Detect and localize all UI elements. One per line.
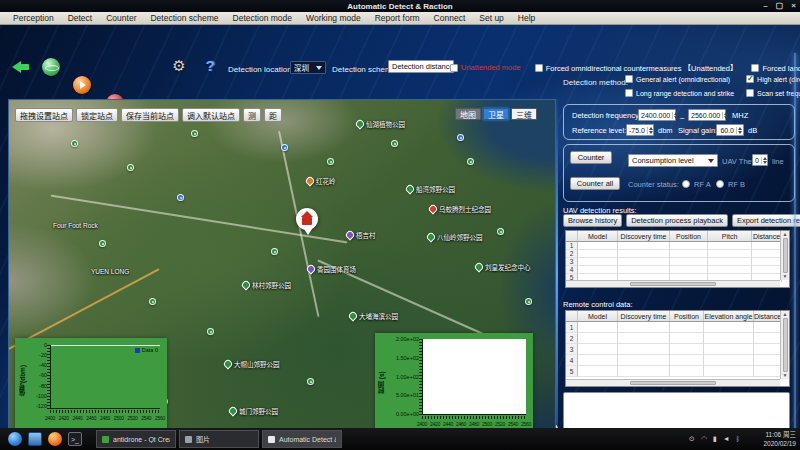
spinner-arrows-icon[interactable] (761, 157, 767, 164)
table-row[interactable]: 2 (566, 250, 789, 258)
tray-icon[interactable]: ◠ (701, 435, 707, 443)
map-poi-icon[interactable] (71, 140, 78, 147)
help-button[interactable]: ? (201, 57, 219, 75)
table-row[interactable]: 4 (566, 266, 789, 274)
map-poi-icon[interactable] (191, 130, 198, 137)
column-header-pitch[interactable]: Pitch (708, 231, 752, 241)
back-button[interactable] (12, 58, 30, 76)
spinner-arrows-icon[interactable] (722, 112, 728, 119)
checkbox-icon[interactable] (535, 64, 543, 72)
map-place-label[interactable]: 梧吉村 (346, 230, 376, 240)
map-poi-icon[interactable] (497, 228, 504, 235)
table-row[interactable]: 1 (566, 322, 789, 333)
table-row[interactable]: 1 (566, 242, 789, 250)
scrollbar-thumb[interactable] (783, 238, 788, 273)
table-row[interactable]: 3 (566, 344, 789, 355)
map-poi-icon[interactable] (207, 328, 214, 335)
toolbar-checkbox[interactable]: Unattended mode (450, 62, 521, 73)
horizontal-scrollbar[interactable] (566, 280, 780, 287)
map-place-label[interactable]: 八仙岭郊野公园 (427, 232, 483, 242)
table-row[interactable]: 2 (566, 333, 789, 344)
column-header-discovery-time[interactable]: Discovery time (618, 231, 670, 241)
detection-scheme-select[interactable]: Detection distance (388, 60, 454, 73)
uav-count-spinbox[interactable]: 0 (752, 154, 768, 166)
detection-location-select[interactable]: 深圳 (290, 61, 326, 74)
checkbox-icon[interactable] (746, 75, 754, 83)
map-poi-icon[interactable] (127, 164, 134, 171)
checkbox-icon[interactable] (625, 89, 633, 97)
menu-item-set-up[interactable]: Set up (472, 13, 511, 23)
spinner-arrows-icon[interactable] (647, 127, 653, 134)
horizontal-scrollbar[interactable] (566, 379, 780, 386)
map-place-label[interactable]: 香园围体育场 (307, 264, 356, 274)
tray-icon[interactable]: ◄ (723, 435, 730, 443)
map-poi-icon[interactable] (271, 248, 278, 255)
map-site-button[interactable]: 锁定站点 (76, 108, 118, 122)
browser-icon[interactable] (8, 432, 22, 446)
map-site-button[interactable]: 调入默认站点 (182, 108, 240, 122)
map-place-label[interactable]: 大帽山郊野公园 (224, 359, 280, 369)
map-poi-icon[interactable] (99, 240, 106, 247)
column-header-position[interactable]: Position (670, 311, 704, 321)
checkbox-icon[interactable] (751, 64, 759, 72)
scrollbar-thumb[interactable] (783, 318, 788, 372)
table-row[interactable]: 5 (566, 366, 789, 377)
map-poi-icon[interactable] (525, 298, 532, 305)
toolbar-checkbox[interactable]: Forced landing 【Unattended】 (751, 62, 800, 73)
minimize-button[interactable]: – (763, 1, 767, 11)
map-site-button[interactable]: 保存当前站点 (121, 108, 179, 122)
map-poi-icon[interactable] (281, 144, 288, 151)
freq-min-spinbox[interactable]: 2400.000 (638, 109, 676, 121)
map-poi-icon[interactable] (327, 158, 334, 165)
scroll-up-icon[interactable]: ▲ (783, 312, 788, 317)
counter-button[interactable]: Counter (570, 151, 612, 164)
menu-item-report-form[interactable]: Report form (368, 13, 427, 23)
map-place-label[interactable]: 乌蛟腾烈士纪念园 (429, 204, 491, 214)
menu-item-help[interactable]: Help (511, 13, 542, 23)
scroll-down-icon[interactable]: ▼ (783, 373, 788, 378)
column-header-model[interactable]: Model (578, 231, 618, 241)
checkbox-icon[interactable] (625, 75, 633, 83)
scrollbar-thumb[interactable] (630, 381, 716, 385)
rf-b-radio[interactable] (716, 180, 724, 188)
map-place-label[interactable]: Four Foot Rock (53, 222, 98, 229)
toolbar-checkbox[interactable]: Forced omnidirectional countermeasures 【… (535, 62, 738, 73)
menu-item-detect[interactable]: Detect (61, 13, 100, 23)
tray-icon[interactable]: ⊙ (689, 435, 695, 443)
map-view-button[interactable]: 地图 (455, 108, 481, 120)
firefox-icon[interactable] (48, 432, 62, 446)
map-place-label[interactable]: YUEN LONG (91, 268, 129, 275)
map-place-label[interactable]: 船湾郊野公园 (406, 184, 455, 194)
reference-level-spinbox[interactable]: -75.0 (626, 124, 654, 136)
table-row[interactable]: 4 (566, 355, 789, 366)
column-header-position[interactable]: Position (670, 231, 708, 241)
table-row[interactable]: 3 (566, 258, 789, 266)
checkbox-icon[interactable] (746, 89, 754, 97)
taskbar-window-button[interactable]: 图片 (179, 430, 259, 448)
menu-item-counter[interactable]: Counter (99, 13, 143, 23)
map-place-label[interactable]: 大埔海滨公园 (349, 311, 398, 321)
tray-icon[interactable]: ᛒ (736, 435, 740, 443)
scroll-up-icon[interactable]: ▲ (783, 232, 788, 237)
detection-station-marker[interactable] (296, 208, 318, 230)
spinner-arrows-icon[interactable] (736, 127, 742, 134)
map-poi-icon[interactable] (149, 298, 156, 305)
map-place-label[interactable]: 仙湖植物公园 (356, 119, 405, 129)
menu-item-perception[interactable]: Perception (6, 13, 61, 23)
spinner-arrows-icon[interactable] (672, 112, 678, 119)
detection-method-checkbox[interactable]: Long range detection and strike (625, 89, 734, 97)
detection-method-checkbox[interactable]: Scan set frequency band (746, 89, 800, 97)
map-view-button[interactable]: 三维 (511, 108, 537, 120)
vertical-scrollbar[interactable]: ▲▼ (780, 311, 789, 379)
map-place-label[interactable]: 红花岭 (306, 176, 336, 186)
column-header-discovery-time[interactable]: Discovery time (618, 311, 670, 321)
map-place-label[interactable]: 城门郊野公园 (229, 406, 278, 416)
vertical-scrollbar[interactable]: ▲▼ (780, 231, 789, 280)
rf-a-radio[interactable] (682, 180, 690, 188)
settings-button[interactable]: ⚙ (170, 57, 188, 75)
taskbar-window-button[interactable]: antidrone - Qt Creator (96, 430, 176, 448)
tray-icon[interactable]: ▮ (713, 435, 717, 443)
map-site-button[interactable]: 距 (264, 108, 282, 122)
start-detect-button[interactable] (73, 76, 91, 94)
consumption-level-select[interactable]: Consumption level (628, 154, 718, 167)
